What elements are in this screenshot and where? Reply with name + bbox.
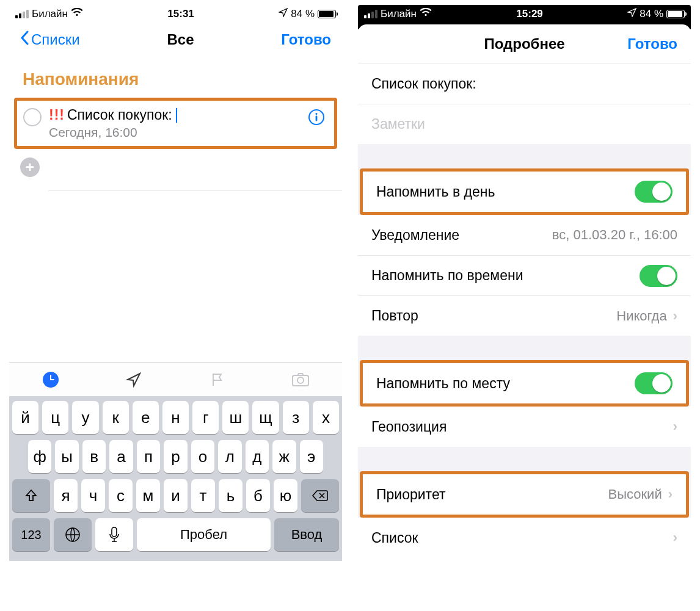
location-arrow-icon	[125, 371, 142, 388]
status-right: 84 %	[279, 8, 336, 20]
key[interactable]: з	[283, 401, 309, 434]
priority-cell[interactable]: Приоритет Высокий ›	[363, 474, 686, 515]
accessory-camera-button[interactable]	[288, 367, 313, 392]
status-time: 15:29	[432, 8, 627, 20]
backspace-key[interactable]	[301, 479, 339, 512]
key[interactable]: и	[164, 479, 188, 512]
key[interactable]: й	[12, 401, 38, 434]
geolocation-cell[interactable]: Геопозиция ›	[358, 407, 691, 447]
toggle-switch[interactable]	[635, 181, 673, 203]
enter-key[interactable]: Ввод	[274, 518, 339, 551]
accessory-time-button[interactable]	[38, 367, 63, 392]
list-cell[interactable]: Список ›	[358, 518, 691, 558]
key[interactable]: н	[162, 401, 189, 434]
key[interactable]: э	[300, 440, 323, 473]
key[interactable]: м	[136, 479, 160, 512]
status-right: 84 %	[627, 8, 685, 20]
cell-label: Повтор	[371, 308, 418, 324]
keyboard-accessory-bar	[9, 362, 342, 396]
key[interactable]: п	[137, 440, 160, 473]
mic-key[interactable]	[95, 518, 133, 551]
accessory-location-button[interactable]	[122, 367, 146, 392]
remind-time-cell[interactable]: Напомнить по времени	[358, 255, 691, 295]
svg-point-4	[297, 377, 304, 383]
cell-signal-icon	[364, 10, 377, 18]
alert-cell[interactable]: Уведомление вс, 01.03.20 г., 16:00	[358, 215, 691, 255]
cell-value: Никогда	[616, 308, 666, 324]
status-bar: Билайн 15:31 84 %	[9, 5, 342, 22]
add-reminder-row[interactable]: +	[9, 149, 342, 177]
phone-screenshot-left: Билайн 15:31 84 % Списки Все Готово Напо…	[9, 5, 342, 597]
chevron-right-icon: ›	[673, 530, 677, 546]
toggle-switch[interactable]	[635, 372, 673, 394]
carrier-label: Билайн	[32, 8, 68, 20]
back-button[interactable]: Списки	[20, 31, 80, 49]
key[interactable]: т	[191, 479, 215, 512]
repeat-cell[interactable]: Повтор Никогда ›	[358, 295, 691, 336]
space-key[interactable]: Пробел	[137, 518, 271, 551]
notes-field-cell[interactable]: Заметки	[358, 104, 691, 144]
title-field-cell[interactable]: Список покупок:	[358, 63, 691, 104]
key[interactable]: а	[109, 440, 133, 473]
priority-indicator: !!!	[49, 107, 65, 123]
wifi-icon	[71, 8, 83, 20]
key[interactable]: у	[72, 401, 98, 434]
num-key[interactable]: 123	[12, 518, 50, 551]
key[interactable]: р	[164, 440, 187, 473]
detail-sheet: Подробнее Готово Список покупок: Заметки…	[358, 24, 691, 558]
cell-value: Высокий	[608, 486, 662, 502]
key[interactable]: о	[191, 440, 214, 473]
key[interactable]: г	[192, 401, 219, 434]
info-icon	[308, 109, 325, 126]
svg-point-1	[315, 113, 317, 115]
text-cursor	[176, 108, 177, 123]
backspace-icon	[312, 490, 329, 502]
reminder-row[interactable]: !!! Список покупок: Сегодня, 16:00	[17, 101, 334, 146]
status-time: 15:31	[83, 8, 279, 20]
key[interactable]: д	[246, 440, 269, 473]
key[interactable]: с	[109, 479, 133, 512]
done-button[interactable]: Готово	[281, 31, 331, 48]
plus-icon: +	[20, 157, 40, 177]
clock-icon	[43, 372, 59, 388]
globe-key[interactable]	[54, 518, 92, 551]
key[interactable]: ю	[274, 479, 297, 512]
key[interactable]: ь	[219, 479, 242, 512]
key[interactable]: щ	[252, 401, 279, 434]
svg-rect-2	[316, 116, 318, 121]
info-button[interactable]	[307, 108, 326, 126]
nav-title: Все	[167, 31, 194, 48]
wifi-icon	[420, 8, 432, 20]
svg-rect-6	[112, 527, 117, 537]
key[interactable]: ч	[81, 479, 105, 512]
key[interactable]: ы	[55, 440, 78, 473]
key[interactable]: к	[103, 401, 129, 434]
key[interactable]: ф	[28, 440, 51, 473]
key[interactable]: ш	[222, 401, 249, 434]
shift-icon	[24, 488, 38, 503]
key[interactable]: е	[133, 401, 159, 434]
remind-location-cell[interactable]: Напомнить по месту	[363, 363, 686, 403]
key[interactable]: л	[218, 440, 241, 473]
section-title: Напоминания	[9, 57, 342, 98]
key[interactable]: в	[82, 440, 106, 473]
cell-label: Напомнить по времени	[371, 267, 523, 284]
phone-screenshot-right: Билайн 15:29 84 % Подробнее Готово Списо…	[358, 5, 691, 597]
keyboard-row-3: я ч с м и т ь б ю	[12, 479, 339, 512]
cell-label: Геопозиция	[371, 419, 447, 435]
accessory-flag-button[interactable]	[205, 367, 230, 392]
key[interactable]: я	[54, 479, 78, 512]
shift-key[interactable]	[12, 479, 50, 512]
remind-day-cell[interactable]: Напомнить в день	[363, 172, 686, 212]
cell-label: Напомнить по месту	[376, 375, 510, 392]
reminder-body[interactable]: !!! Список покупок: Сегодня, 16:00	[49, 107, 300, 140]
key[interactable]: х	[313, 401, 339, 434]
toggle-switch[interactable]	[640, 265, 677, 287]
key[interactable]: б	[246, 479, 270, 512]
done-button[interactable]: Готово	[627, 35, 677, 52]
complete-circle[interactable]	[23, 108, 42, 126]
key[interactable]: ж	[272, 440, 296, 473]
key[interactable]: ц	[42, 401, 68, 434]
battery-percent: 84 %	[291, 8, 315, 20]
cell-signal-icon	[15, 10, 29, 18]
